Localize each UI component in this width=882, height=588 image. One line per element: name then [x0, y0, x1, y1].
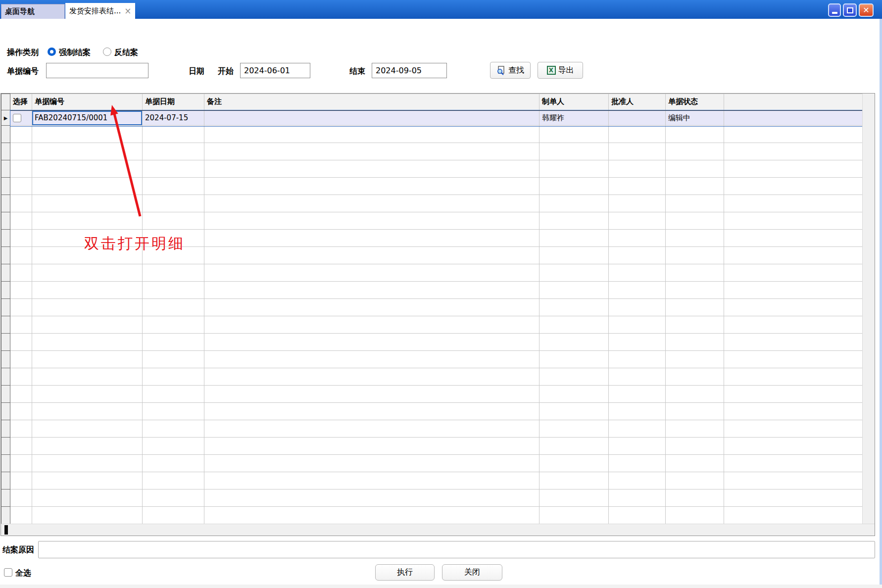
table-cell-empty[interactable]	[143, 282, 204, 299]
table-cell-empty[interactable]	[666, 507, 724, 524]
table-cell-empty[interactable]	[666, 334, 724, 351]
cell-remark[interactable]	[204, 110, 539, 126]
table-cell-empty[interactable]	[539, 490, 609, 507]
start-date-input[interactable]	[240, 63, 310, 78]
table-cell-empty[interactable]	[10, 264, 32, 282]
table-cell-empty[interactable]	[539, 178, 609, 195]
table-cell-empty[interactable]	[666, 438, 724, 455]
table-row-empty[interactable]	[1, 438, 863, 455]
table-cell-empty[interactable]	[32, 386, 143, 403]
table-cell-empty[interactable]	[609, 264, 666, 282]
table-cell-empty[interactable]	[539, 472, 609, 490]
table-cell-empty[interactable]	[143, 420, 204, 438]
table-cell-empty[interactable]	[143, 143, 204, 160]
table-cell-empty[interactable]	[609, 386, 666, 403]
table-cell-empty[interactable]	[32, 351, 143, 368]
minimize-button[interactable]	[828, 3, 841, 17]
table-cell-empty[interactable]	[539, 507, 609, 524]
table-cell-empty[interactable]	[32, 160, 143, 178]
table-cell-empty[interactable]	[10, 334, 32, 351]
col-header-select[interactable]: 选择	[10, 94, 32, 110]
table-cell-empty[interactable]	[666, 403, 724, 420]
table-cell-empty[interactable]	[143, 316, 204, 334]
table-cell-empty[interactable]	[666, 160, 724, 178]
table-cell-empty[interactable]	[32, 472, 143, 490]
cell-creator[interactable]: 韩耀祚	[539, 110, 609, 126]
table-cell-empty[interactable]	[204, 420, 539, 438]
table-row-empty[interactable]	[1, 420, 863, 438]
table-cell-empty[interactable]	[539, 143, 609, 160]
execute-button[interactable]: 执行	[375, 564, 435, 581]
radio-reverse-close[interactable]	[103, 48, 111, 56]
table-cell-empty[interactable]	[10, 455, 32, 472]
table-cell-empty[interactable]	[10, 507, 32, 524]
table-cell-empty[interactable]	[32, 195, 143, 212]
table-cell-empty[interactable]	[10, 178, 32, 195]
table-cell-empty[interactable]	[724, 195, 863, 212]
table-row-empty[interactable]	[1, 403, 863, 420]
table-cell-empty[interactable]	[724, 403, 863, 420]
table-cell-empty[interactable]	[609, 212, 666, 230]
export-button[interactable]: X 导出	[538, 62, 583, 79]
table-cell-empty[interactable]	[10, 316, 32, 334]
table-cell-empty[interactable]	[204, 351, 539, 368]
cell-doc-date[interactable]: 2024-07-15	[143, 110, 204, 126]
table-cell-empty[interactable]	[32, 403, 143, 420]
table-cell-empty[interactable]	[609, 143, 666, 160]
table-cell-empty[interactable]	[724, 282, 863, 299]
table-cell-empty[interactable]	[204, 212, 539, 230]
table-cell-empty[interactable]	[666, 316, 724, 334]
table-cell-empty[interactable]	[143, 455, 204, 472]
doc-no-input[interactable]	[46, 63, 148, 78]
table-cell-empty[interactable]	[204, 455, 539, 472]
table-cell-empty[interactable]	[204, 195, 539, 212]
tab-desktop-navigation[interactable]: 桌面导航	[1, 4, 65, 19]
table-cell-empty[interactable]	[609, 160, 666, 178]
table-cell-empty[interactable]	[32, 455, 143, 472]
table-cell-empty[interactable]	[10, 403, 32, 420]
table-cell-empty[interactable]	[666, 368, 724, 386]
table-cell-empty[interactable]	[143, 490, 204, 507]
table-cell-empty[interactable]	[666, 472, 724, 490]
cell-doc-no[interactable]: FAB20240715/0001	[32, 110, 143, 126]
cell-select[interactable]	[10, 110, 32, 126]
table-cell-empty[interactable]	[539, 160, 609, 178]
table-cell-empty[interactable]	[143, 386, 204, 403]
table-row-empty[interactable]	[1, 160, 863, 178]
table-cell-empty[interactable]	[666, 455, 724, 472]
table-cell-empty[interactable]	[32, 507, 143, 524]
table-cell-empty[interactable]	[724, 247, 863, 264]
table-row-empty[interactable]	[1, 490, 863, 507]
table-cell-empty[interactable]	[143, 299, 204, 316]
table-cell-empty[interactable]	[32, 368, 143, 386]
table-row-empty[interactable]	[1, 143, 863, 160]
col-header-doc-date[interactable]: 单据日期	[143, 94, 204, 110]
table-cell-empty[interactable]	[609, 455, 666, 472]
col-header-remark[interactable]: 备注	[204, 94, 539, 110]
table-cell-empty[interactable]	[666, 264, 724, 282]
table-cell-empty[interactable]	[143, 403, 204, 420]
table-cell-empty[interactable]	[32, 264, 143, 282]
cell-approver[interactable]	[609, 110, 666, 126]
table-cell-empty[interactable]	[724, 264, 863, 282]
table-cell-empty[interactable]	[10, 299, 32, 316]
table-cell-empty[interactable]	[143, 212, 204, 230]
table-cell-empty[interactable]	[143, 368, 204, 386]
table-cell-empty[interactable]	[10, 195, 32, 212]
table-cell-empty[interactable]	[143, 160, 204, 178]
table-cell-empty[interactable]	[609, 351, 666, 368]
table-cell-empty[interactable]	[609, 472, 666, 490]
table-cell-empty[interactable]	[666, 351, 724, 368]
table-cell-empty[interactable]	[204, 386, 539, 403]
table-cell-empty[interactable]	[539, 212, 609, 230]
table-cell-empty[interactable]	[666, 126, 724, 143]
table-row-empty[interactable]	[1, 368, 863, 386]
table-cell-empty[interactable]	[724, 143, 863, 160]
table-row-empty[interactable]	[1, 282, 863, 299]
table-cell-empty[interactable]	[204, 507, 539, 524]
table-cell-empty[interactable]	[143, 264, 204, 282]
table-cell-empty[interactable]	[539, 282, 609, 299]
table-cell-empty[interactable]	[539, 455, 609, 472]
table-row-empty[interactable]	[1, 195, 863, 212]
table-cell-empty[interactable]	[609, 368, 666, 386]
